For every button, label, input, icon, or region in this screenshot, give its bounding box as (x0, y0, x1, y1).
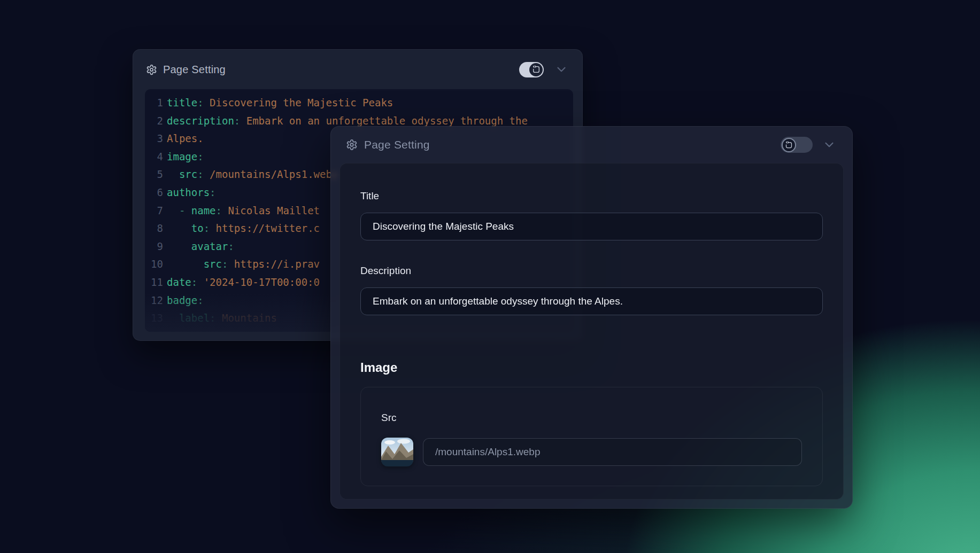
code-text: - name: Nicolas Maillet (167, 202, 320, 220)
code-view-toggle[interactable] (781, 137, 813, 153)
gear-icon (346, 139, 358, 151)
code-square-icon (785, 141, 793, 149)
line-number: 3 (145, 130, 163, 148)
code-text: authors: (167, 184, 216, 202)
form-panel-header: Page Setting (331, 127, 852, 163)
title-label: Title (360, 190, 823, 202)
line-number: 13 (145, 309, 163, 328)
chevron-down-icon[interactable] (822, 138, 836, 152)
toggle-knob (782, 138, 796, 152)
code-text: to: https://twitter.c (167, 220, 320, 238)
src-row (381, 438, 802, 466)
image-card: Src (360, 387, 823, 486)
code-view-toggle[interactable] (519, 62, 544, 77)
code-line: 1title: Discovering the Majestic Peaks (145, 94, 573, 112)
code-text: image: (167, 148, 204, 166)
code-square-icon (532, 65, 541, 74)
line-number: 2 (145, 112, 163, 130)
description-field: Description (360, 265, 823, 315)
line-number: 6 (145, 184, 163, 202)
code-text: label: Mountains (167, 309, 277, 328)
panel-title: Page Setting (364, 138, 430, 151)
image-section-heading: Image (360, 360, 823, 375)
line-number: 4 (145, 148, 163, 166)
editor-panel-header: Page Setting (133, 50, 582, 89)
code-text: Alpes. (167, 130, 204, 148)
code-text: src: https://i.prav (167, 255, 320, 274)
src-label: Src (381, 412, 802, 424)
line-number: 12 (145, 292, 163, 310)
code-text: badge: (167, 292, 204, 310)
code-text: avatar: (167, 238, 234, 256)
code-text: src: /mountains/Alps1.webp (167, 166, 338, 184)
chevron-down-icon[interactable] (554, 63, 568, 76)
panel-title: Page Setting (163, 64, 226, 76)
toggle-knob (529, 63, 543, 76)
title-input[interactable] (360, 213, 823, 240)
form-content-card: Title Description Image Src (339, 163, 844, 500)
description-label: Description (360, 265, 823, 277)
title-field: Title (360, 190, 823, 240)
line-number: 9 (145, 238, 163, 256)
code-text: date: '2024-10-17T00:00:0 (167, 274, 320, 292)
gear-icon (146, 64, 157, 75)
src-input[interactable] (423, 438, 802, 466)
line-number: 10 (145, 255, 163, 274)
line-number: 5 (145, 166, 163, 184)
line-number: 1 (145, 94, 163, 112)
page-setting-form-panel: Page Setting Title Description (330, 126, 853, 509)
line-number: 11 (145, 274, 163, 292)
desktop-background: Page Setting 1title: Discovering the Maj… (0, 0, 980, 553)
line-number: 7 (145, 202, 163, 220)
line-number: 8 (145, 220, 163, 238)
mountain-thumbnail[interactable] (381, 438, 413, 466)
description-input[interactable] (360, 287, 823, 315)
code-text: title: Discovering the Majestic Peaks (167, 94, 393, 112)
